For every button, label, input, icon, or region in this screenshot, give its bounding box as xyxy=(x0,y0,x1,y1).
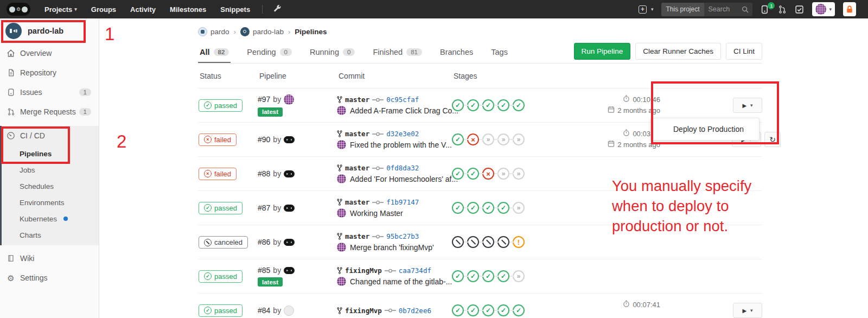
stage-skipped-icon[interactable]: » xyxy=(513,270,525,282)
stage-skipped-icon[interactable]: » xyxy=(513,202,525,214)
stage-passed-icon[interactable]: ✓ xyxy=(497,99,509,111)
retry-pipeline-button[interactable]: ↻ xyxy=(764,132,781,147)
stage-skipped-icon[interactable]: » xyxy=(513,168,525,180)
sidebar-item-wiki[interactable]: Wiki xyxy=(0,249,99,268)
stage-passed-icon[interactable]: ✓ xyxy=(497,202,509,214)
branch-name-link[interactable]: master xyxy=(345,198,369,206)
tab-branches[interactable]: Branches xyxy=(438,48,475,63)
sidebar-item-environments[interactable]: Environments xyxy=(2,194,99,211)
author-avatar[interactable] xyxy=(284,306,294,316)
sidebar-item-repository[interactable]: Repository xyxy=(0,63,99,82)
stage-canceled-icon[interactable] xyxy=(467,236,479,248)
app-logo[interactable]: ⚙ xyxy=(7,3,30,16)
new-dropdown-button[interactable]: + ▾ xyxy=(639,5,654,14)
author-avatar[interactable] xyxy=(284,239,295,246)
sidebar-item-overview[interactable]: Overview xyxy=(0,43,99,63)
author-avatar[interactable] xyxy=(284,136,295,143)
author-avatar[interactable] xyxy=(284,170,295,177)
pipeline-number-link[interactable]: #86 xyxy=(258,238,270,246)
breadcrumb-group[interactable]: pardo xyxy=(198,27,229,36)
stage-passed-icon[interactable]: ✓ xyxy=(452,304,464,316)
branch-name-link[interactable]: master xyxy=(345,232,369,240)
author-avatar[interactable] xyxy=(284,205,295,212)
stage-warning-icon[interactable]: ! xyxy=(513,236,525,248)
pipeline-number-link[interactable]: #84 xyxy=(258,306,270,315)
author-avatar[interactable] xyxy=(284,267,295,274)
sidebar-item-issues[interactable]: Issues1 xyxy=(0,82,99,102)
stage-canceled-icon[interactable] xyxy=(482,236,494,248)
status-badge-passed[interactable]: ✓passed xyxy=(199,270,242,283)
stage-passed-icon[interactable]: ✓ xyxy=(513,304,525,316)
commit-message-link[interactable]: Added 'For Homeschoolers' af... xyxy=(350,175,458,183)
nav-item-projects[interactable]: Projects▾ xyxy=(44,5,77,14)
commit-sha-link[interactable]: 0c95cfaf xyxy=(386,96,419,104)
tab-tags[interactable]: Tags xyxy=(489,48,509,63)
status-badge-failed[interactable]: ×failed xyxy=(199,133,237,146)
sidebar-item-ci-cd[interactable]: CI / CD xyxy=(2,126,99,145)
nav-item-milestones[interactable]: Milestones xyxy=(170,5,206,14)
commit-message-link[interactable]: Working Master xyxy=(350,209,403,218)
project-header[interactable]: pardo-lab xyxy=(0,18,99,43)
sidebar-item-kubernetes[interactable]: Kubernetes xyxy=(2,211,99,227)
stage-passed-icon[interactable]: ✓ xyxy=(452,99,464,111)
stage-passed-icon[interactable]: ✓ xyxy=(482,304,494,316)
stage-passed-icon[interactable]: ✓ xyxy=(482,270,494,282)
commit-sha-link[interactable]: d32e3e02 xyxy=(386,130,419,138)
pipeline-number-link[interactable]: #85 xyxy=(258,266,270,275)
branch-name-link[interactable]: fixingMvp xyxy=(345,307,382,315)
sidebar-item-jobs[interactable]: Jobs xyxy=(2,162,99,178)
sidebar-item-pipelines[interactable]: Pipelines xyxy=(2,145,99,162)
status-badge-passed[interactable]: ✓passed xyxy=(199,99,242,112)
stage-skipped-icon[interactable]: » xyxy=(482,133,494,145)
stage-passed-icon[interactable]: ✓ xyxy=(467,168,479,180)
stage-skipped-icon[interactable]: » xyxy=(497,133,509,145)
clear-runner-caches-button[interactable]: Clear Runner Caches xyxy=(635,43,721,60)
manual-actions-dropdown-button[interactable]: ▶▾ xyxy=(733,303,762,318)
admin-wrench-icon[interactable] xyxy=(273,5,282,14)
stage-passed-icon[interactable]: ✓ xyxy=(452,133,464,145)
breadcrumb-project[interactable]: pardo-lab xyxy=(240,27,284,36)
pipeline-number-link[interactable]: #90 xyxy=(258,135,270,144)
pipeline-number-link[interactable]: #87 xyxy=(258,203,270,212)
branch-name-link[interactable]: master xyxy=(345,164,369,172)
stage-passed-icon[interactable]: ✓ xyxy=(467,270,479,282)
stage-failed-icon[interactable]: × xyxy=(482,168,494,180)
run-pipeline-button[interactable]: Run Pipeline xyxy=(574,43,631,60)
author-avatar[interactable] xyxy=(284,94,294,105)
manual-actions-dropdown-button[interactable]: ▶▾ xyxy=(733,98,762,113)
stage-passed-icon[interactable]: ✓ xyxy=(467,99,479,111)
nav-item-activity[interactable]: Activity xyxy=(130,5,156,14)
merge-requests-nav-button[interactable] xyxy=(778,5,787,14)
stage-passed-icon[interactable]: ✓ xyxy=(452,270,464,282)
tab-finished[interactable]: Finished81 xyxy=(371,48,424,63)
issues-nav-button[interactable]: 1 xyxy=(761,5,770,14)
pipeline-number-link[interactable]: #88 xyxy=(258,169,270,178)
commit-sha-link[interactable]: 95bc27b3 xyxy=(386,232,419,240)
commit-sha-link[interactable]: f1b97147 xyxy=(386,198,419,206)
stage-skipped-icon[interactable]: » xyxy=(497,168,509,180)
nav-item-snippets[interactable]: Snippets xyxy=(220,5,250,14)
status-badge-passed[interactable]: ✓passed xyxy=(199,304,242,317)
status-badge-canceled[interactable]: canceled xyxy=(199,236,248,249)
sidebar-item-settings[interactable]: ⚙Settings xyxy=(0,268,99,288)
user-menu-button[interactable]: ▾ xyxy=(812,2,835,16)
stage-passed-icon[interactable]: ✓ xyxy=(467,202,479,214)
commit-message-link[interactable]: Fixed the problem with the V... xyxy=(350,141,452,149)
stage-skipped-icon[interactable]: » xyxy=(513,133,525,145)
status-badge-passed[interactable]: ✓passed xyxy=(199,202,242,214)
branch-name-link[interactable]: master xyxy=(345,130,369,138)
tab-pending[interactable]: Pending0 xyxy=(245,48,293,63)
nav-item-groups[interactable]: Groups xyxy=(91,5,116,14)
commit-message-link[interactable]: Changed name of the gitlab-... xyxy=(350,277,452,286)
stage-passed-icon[interactable]: ✓ xyxy=(482,99,494,111)
commit-message-link[interactable]: Added A-Frame Click Drag Co... xyxy=(350,106,458,115)
stage-passed-icon[interactable]: ✓ xyxy=(467,304,479,316)
commit-sha-link[interactable]: 0b7d2ee6 xyxy=(399,307,431,315)
todos-nav-button[interactable] xyxy=(795,5,804,14)
status-badge-failed[interactable]: ×failed xyxy=(199,168,237,180)
stage-passed-icon[interactable]: ✓ xyxy=(452,168,464,180)
commit-sha-link[interactable]: 0fd8da32 xyxy=(386,164,419,172)
branch-name-link[interactable]: master xyxy=(345,96,369,104)
stage-canceled-icon[interactable] xyxy=(452,236,464,248)
stage-passed-icon[interactable]: ✓ xyxy=(452,202,464,214)
